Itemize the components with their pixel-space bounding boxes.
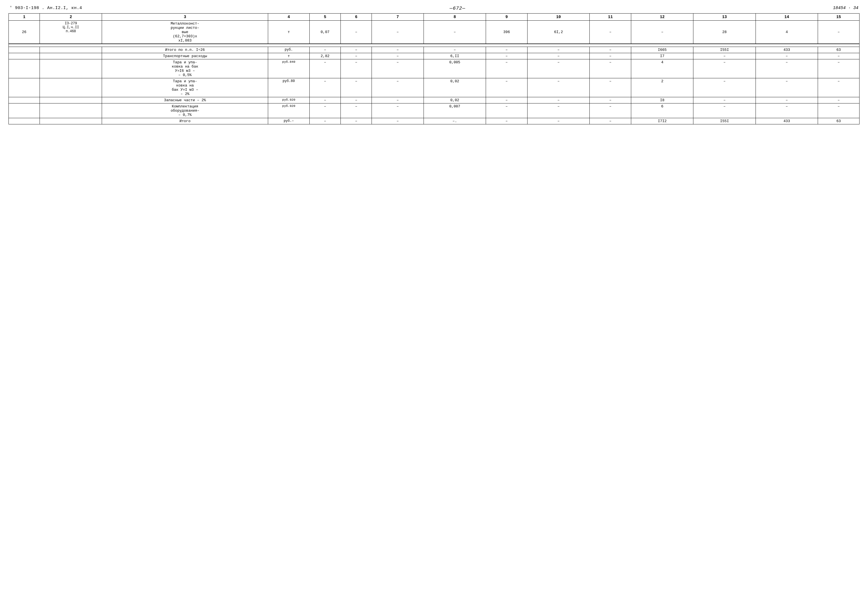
col-header-9: 9 bbox=[486, 14, 527, 21]
itogo126-col11: – bbox=[590, 47, 631, 53]
komplekt-col12: 6 bbox=[631, 103, 693, 118]
transport-col7: – bbox=[372, 53, 424, 59]
zapas-col3: Запасные части – 2% bbox=[102, 97, 268, 103]
tara1-col12: 2 bbox=[631, 78, 693, 97]
zapas-col14: – bbox=[755, 97, 818, 103]
zapas-col13: – bbox=[693, 97, 755, 103]
komplekt-col11: – bbox=[590, 103, 631, 118]
tara16-col12: 4 bbox=[631, 59, 693, 78]
header-right: 18454 · 34 bbox=[833, 6, 858, 11]
zapas-col4: руб.920 bbox=[268, 97, 309, 103]
itogo126-col4: руб. bbox=[268, 47, 309, 53]
itogo-total-col12: I7I2 bbox=[631, 118, 693, 124]
komplekt-col9: – bbox=[486, 103, 527, 118]
header-center: —672— bbox=[449, 6, 465, 11]
table-header-row: 1 2 3 4 5 6 7 8 9 10 11 12 13 14 15 bbox=[9, 14, 859, 21]
row26-col12: – bbox=[631, 21, 693, 44]
tara1-col10: – bbox=[527, 78, 589, 97]
zapas-col6: – bbox=[341, 97, 372, 103]
transport-col2 bbox=[40, 53, 102, 59]
transport-col10: – bbox=[527, 53, 589, 59]
col-header-15: 15 bbox=[818, 14, 859, 21]
row26-col7: – bbox=[372, 21, 424, 44]
transport-col11: – bbox=[590, 53, 631, 59]
row26-col2: I3-279 Ц.I,ч.II п.468 bbox=[40, 21, 102, 44]
col-header-10: 10 bbox=[527, 14, 589, 21]
row26-col9: 396 bbox=[486, 21, 527, 44]
tara16-col2 bbox=[40, 59, 102, 78]
transport-col12: I7 bbox=[631, 53, 693, 59]
table-row-itogo-total: Итого руб.– – – – –. – – – I7I2 I55I 433… bbox=[9, 118, 859, 124]
col-header-3: 3 bbox=[102, 14, 268, 21]
komplekt-col6: – bbox=[341, 103, 372, 118]
tara1-col7: – bbox=[372, 78, 424, 97]
komplekt-col10: – bbox=[527, 103, 589, 118]
itogo126-col2 bbox=[40, 47, 102, 53]
itogo-total-col6: – bbox=[341, 118, 372, 124]
tara1-col1 bbox=[9, 78, 40, 97]
itogo126-col10: – bbox=[527, 47, 589, 53]
komplekt-col14: – bbox=[755, 103, 818, 118]
transport-col8: 6,II bbox=[423, 53, 486, 59]
zapas-col8: 0,02 bbox=[423, 97, 486, 103]
itogo126-col9: – bbox=[486, 47, 527, 53]
table-row-tara-1: Тара и упа- ковка на бак У=I м3 – – 2% р… bbox=[9, 78, 859, 97]
row26-col3: Металлоконст- рукции листо- вые (62,7+30… bbox=[102, 21, 268, 44]
transport-col3: Транспортные расходы bbox=[102, 53, 268, 59]
tara1-col6: – bbox=[341, 78, 372, 97]
tara1-col13: – bbox=[693, 78, 755, 97]
transport-col5: 2,82 bbox=[309, 53, 341, 59]
tara16-col6: – bbox=[341, 59, 372, 78]
row26-col14: 4 bbox=[755, 21, 818, 44]
tara1-col5: – bbox=[309, 78, 341, 97]
transport-col9: – bbox=[486, 53, 527, 59]
row26-col4: т bbox=[268, 21, 309, 44]
col-header-4: 4 bbox=[268, 14, 309, 21]
col-header-5: 5 bbox=[309, 14, 341, 21]
spacer-row bbox=[9, 44, 859, 47]
itogo126-col3: Итого по п.п. I÷26 bbox=[102, 47, 268, 53]
col-header-1: 1 bbox=[9, 14, 40, 21]
row26-col15: – bbox=[818, 21, 859, 44]
table-row-tara-16: Тара и упа- ковка на бак У=I6 м3 – – 0,5… bbox=[9, 59, 859, 78]
itogo126-col8: – bbox=[423, 47, 486, 53]
komplekt-col8: 0,007 bbox=[423, 103, 486, 118]
zapas-col10: – bbox=[527, 97, 589, 103]
page-header: ' 903-I-198 . Ан.I2.I, кн.4 —672— 18454 … bbox=[9, 6, 859, 11]
row26-col10: 6I,2 bbox=[527, 21, 589, 44]
col-header-2: 2 bbox=[40, 14, 102, 21]
transport-col4: т bbox=[268, 53, 309, 59]
tara16-col4: руб.840 bbox=[268, 59, 309, 78]
tara16-col10: – bbox=[527, 59, 589, 78]
tara1-col2 bbox=[40, 78, 102, 97]
itogo-total-col13: I55I bbox=[693, 118, 755, 124]
komplekt-col13: – bbox=[693, 103, 755, 118]
tara16-col13: – bbox=[693, 59, 755, 78]
row26-col6: – bbox=[341, 21, 372, 44]
itogo-total-col4: руб.– bbox=[268, 118, 309, 124]
itogo-total-col10: – bbox=[527, 118, 589, 124]
itogo126-col13: I55I bbox=[693, 47, 755, 53]
tara16-col14: – bbox=[755, 59, 818, 78]
transport-col6: – bbox=[341, 53, 372, 59]
komplekt-col4: руб.920 bbox=[268, 103, 309, 118]
komplekt-col15: – bbox=[818, 103, 859, 118]
tara16-col11: – bbox=[590, 59, 631, 78]
col-header-8: 8 bbox=[423, 14, 486, 21]
tara1-col15: – bbox=[818, 78, 859, 97]
tara16-col7: – bbox=[372, 59, 424, 78]
table-row-26: 26 I3-279 Ц.I,ч.II п.468 Металлоконст- р… bbox=[9, 21, 859, 44]
zapas-col5: – bbox=[309, 97, 341, 103]
table-row-komplekt: Комплектация оборудования– – 0,7% руб.92… bbox=[9, 103, 859, 118]
itogo126-col1 bbox=[9, 47, 40, 53]
komplekt-col7: – bbox=[372, 103, 424, 118]
itogo126-col12: I665 bbox=[631, 47, 693, 53]
itogo126-col7: – bbox=[372, 47, 424, 53]
transport-col1 bbox=[9, 53, 40, 59]
komplekt-col1 bbox=[9, 103, 40, 118]
komplekt-col5: – bbox=[309, 103, 341, 118]
itogo-total-col15: 63 bbox=[818, 118, 859, 124]
itogo-total-col1 bbox=[9, 118, 40, 124]
row26-col1: 26 bbox=[9, 21, 40, 44]
itogo-total-col7: – bbox=[372, 118, 424, 124]
